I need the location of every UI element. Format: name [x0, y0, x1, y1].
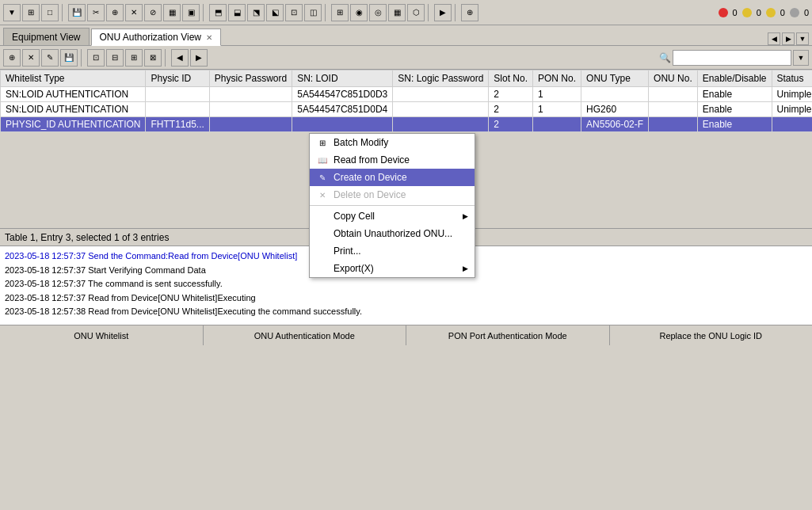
table-cell: 1: [533, 87, 581, 102]
table-row[interactable]: PHYSIC_ID AUTHENTICATIONFHTT11d5...2AN55…: [1, 117, 813, 132]
context-menu-item-copy-cell[interactable]: Copy Cell: [310, 207, 475, 225]
table-cell: 2: [489, 87, 533, 102]
log-line: 2023-05-18 12:57:37 Read from Device[ONU…: [5, 291, 807, 306]
toolbar-btn-23[interactable]: ⊕: [461, 4, 478, 21]
traffic-lights: 0 0 0 0: [719, 8, 810, 17]
toolbar2-btn-8[interactable]: ⊠: [144, 49, 162, 67]
bottom-tab-pon-port-authentication-mode[interactable]: PON Port Authentication Mode: [406, 325, 610, 345]
toolbar-btn-9[interactable]: ▦: [163, 4, 181, 21]
toolbar-btn-14[interactable]: ⬕: [266, 4, 284, 21]
table-cell: Enable: [697, 102, 772, 117]
second-toolbar: ⊕ ✕ ✎ 💾 ⊡ ⊟ ⊞ ⊠ ◀ ▶ 🔍 ▼: [0, 46, 812, 70]
toolbar2-btn-10[interactable]: ▶: [190, 49, 208, 67]
toolbar2-btn-2[interactable]: ✕: [22, 49, 40, 67]
toolbar-btn-18[interactable]: ◉: [350, 4, 368, 21]
table-cell: HG260: [581, 102, 649, 117]
toolbar2-btn-4[interactable]: 💾: [60, 49, 78, 67]
search-input[interactable]: [673, 50, 791, 66]
log-line: 2023-05-18 12:57:37 The command is sent …: [5, 277, 807, 291]
table-cell: [649, 87, 698, 102]
col-physic-id: Physic ID: [146, 70, 209, 87]
bottom-tab-replace-the-onu-logic-id[interactable]: Replace the ONU Logic ID: [610, 325, 813, 345]
context-menu-item-create-on-device[interactable]: ✎Create on Device: [310, 169, 475, 186]
toolbar-btn-19[interactable]: ◎: [369, 4, 387, 21]
table-cell: Unimplemented: [772, 87, 812, 102]
status-text: Table 1, Entry 3, selected 1 of 3 entrie…: [5, 232, 169, 243]
table-cell: [533, 117, 581, 132]
toolbar-btn-7[interactable]: ✕: [125, 4, 143, 21]
toolbar-btn-10[interactable]: ▣: [182, 4, 200, 21]
col-sn-logic-password: SN: Logic Password: [393, 70, 489, 87]
context-menu-label: Print...: [334, 245, 361, 257]
toolbar-btn-2[interactable]: ⊞: [22, 4, 40, 21]
table-cell: [146, 102, 209, 117]
tab-nav-right[interactable]: ▶: [782, 32, 795, 45]
toolbar-sep-1: [62, 4, 65, 21]
table-cell: [393, 117, 489, 132]
toolbar-btn-15[interactable]: ⊡: [285, 4, 303, 21]
table-cell: [209, 117, 292, 132]
tab-equipment-view[interactable]: Equipment View: [3, 28, 90, 45]
search-box: 🔍 ▼: [659, 50, 809, 66]
table-row[interactable]: SN:LOID AUTHENTICATION5A544547C851D0D421…: [1, 102, 813, 117]
top-toolbar: ▼ ⊞ □ 💾 ✂ ⊕ ✕ ⊘ ▦ ▣ ⬒ ⬓ ⬔ ⬕ ⊡ ◫ ⊞ ◉ ◎ ▦ …: [0, 0, 812, 25]
table-row[interactable]: SN:LOID AUTHENTICATION5A544547C851D0D321…: [1, 87, 813, 102]
toolbar-btn-22[interactable]: ▶: [434, 4, 452, 21]
tab-onu-auth-view[interactable]: ONU Authorization View ✕: [91, 29, 222, 46]
context-menu-item-print...[interactable]: Print...: [310, 242, 475, 260]
toolbar-btn-12[interactable]: ⬓: [228, 4, 246, 21]
table-cell: [772, 117, 812, 132]
context-menu-item-batch-modify[interactable]: ⊞Batch Modify: [310, 134, 475, 151]
toolbar2-btn-9[interactable]: ◀: [171, 49, 189, 67]
col-pon-no: PON No.: [533, 70, 581, 87]
tab-nav: ◀ ▶ ▼: [768, 32, 809, 45]
toolbar-btn-1[interactable]: ▼: [3, 4, 21, 21]
context-menu-label: Export(X): [334, 263, 374, 274]
toolbar2-btn-7[interactable]: ⊞: [125, 49, 143, 67]
context-menu-label: Read from Device: [334, 154, 410, 166]
col-onu-no: ONU No.: [649, 70, 698, 87]
table-cell: [581, 87, 649, 102]
toolbar-btn-16[interactable]: ◫: [304, 4, 322, 21]
context-menu-item-read-from-device[interactable]: 📖Read from Device: [310, 151, 475, 169]
toolbar-btn-4[interactable]: 💾: [68, 4, 86, 21]
context-menu-item-export(x)[interactable]: Export(X): [310, 260, 475, 277]
tab-nav-down[interactable]: ▼: [796, 32, 809, 45]
toolbar-btn-6[interactable]: ⊕: [106, 4, 124, 21]
table-cell: [649, 117, 698, 132]
toolbar-btn-8[interactable]: ⊘: [144, 4, 162, 21]
toolbar2-btn-6[interactable]: ⊟: [106, 49, 124, 67]
toolbar2-btn-5[interactable]: ⊡: [87, 49, 105, 67]
table-cell: [146, 87, 209, 102]
tab-equipment-view-label: Equipment View: [12, 32, 81, 43]
table-cell: FHTT11d5...: [146, 117, 209, 132]
menu-icon-delete: ✕: [316, 188, 329, 201]
toolbar-sep-3: [325, 4, 328, 21]
context-menu-label: Delete on Device: [334, 189, 406, 200]
toolbar-btn-13[interactable]: ⬔: [247, 4, 265, 21]
log-line: 2023-05-18 12:57:38 Read from Device[ONU…: [5, 305, 807, 319]
tab-close-icon[interactable]: ✕: [206, 33, 212, 42]
toolbar-btn-20[interactable]: ▦: [388, 4, 406, 21]
data-table: Whitelist Type Physic ID Physic Password…: [0, 70, 812, 132]
table-cell: [649, 102, 698, 117]
toolbar-btn-11[interactable]: ⬒: [209, 4, 227, 21]
toolbar2-sep-2: [165, 49, 168, 67]
toolbar-btn-17[interactable]: ⊞: [331, 4, 349, 21]
context-menu-label: Copy Cell: [334, 211, 375, 222]
tl-yellow-count: 0: [757, 8, 761, 17]
toolbar-sep-2: [203, 4, 206, 21]
table-cell: PHYSIC_ID AUTHENTICATION: [1, 117, 146, 132]
toolbar-btn-21[interactable]: ⬡: [407, 4, 425, 21]
bottom-tab-onu-whitelist[interactable]: ONU Whitelist: [0, 325, 204, 345]
tab-nav-left[interactable]: ◀: [768, 32, 780, 45]
toolbar2-btn-1[interactable]: ⊕: [3, 49, 21, 67]
toolbar-btn-5[interactable]: ✂: [87, 4, 105, 21]
search-dropdown[interactable]: ▼: [793, 50, 809, 66]
toolbar-btn-3[interactable]: □: [41, 4, 59, 21]
tl-yellow: [742, 8, 752, 17]
bottom-tab-onu-authentication-mode[interactable]: ONU Authentication Mode: [204, 325, 407, 345]
context-menu-item-obtain-unauthorized-onu...[interactable]: Obtain Unauthorized ONU...: [310, 225, 475, 242]
tab-bar: Equipment View ONU Authorization View ✕ …: [0, 25, 812, 46]
toolbar2-btn-3[interactable]: ✎: [41, 49, 59, 67]
